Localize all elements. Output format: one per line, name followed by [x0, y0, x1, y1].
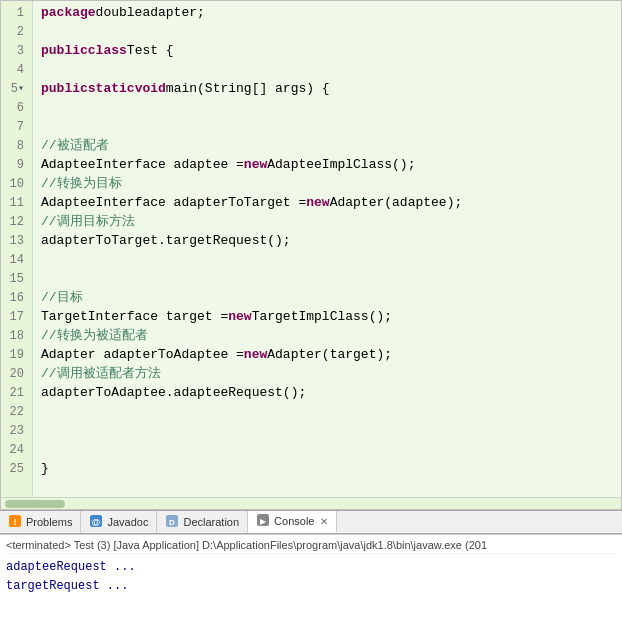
line-number: 23: [5, 421, 28, 440]
code-token: adapterToAdaptee.adapteeRequest();: [41, 383, 306, 403]
line-number: 11: [5, 193, 28, 212]
line-number: 20: [5, 364, 28, 383]
editor-area: 12345▾6789101112131415161718192021222324…: [0, 0, 622, 510]
code-line[interactable]: }: [41, 459, 613, 478]
code-token: //调用目标方法: [41, 212, 135, 232]
line-number: 22: [5, 402, 28, 421]
code-line[interactable]: //转换为被适配者: [41, 326, 613, 345]
declaration-icon: D: [165, 514, 179, 530]
line-number: 4: [5, 60, 28, 79]
line-number: 25: [5, 459, 28, 478]
line-number: 18: [5, 326, 28, 345]
line-number: 5▾: [5, 79, 28, 98]
code-token: Adapter(adaptee);: [330, 193, 463, 213]
tab-label-problems: Problems: [26, 516, 72, 528]
line-number: 15: [5, 269, 28, 288]
code-line[interactable]: Adapter adapterToAdaptee = new Adapter(t…: [41, 345, 613, 364]
code-line[interactable]: //被适配者: [41, 136, 613, 155]
code-line[interactable]: TargetInterface target = new TargetImplC…: [41, 307, 613, 326]
code-line[interactable]: //目标: [41, 288, 613, 307]
tab-bar: !Problems@JavadocDDeclaration▶Console✕: [0, 510, 622, 534]
code-line[interactable]: [41, 98, 613, 117]
code-token: class: [88, 41, 127, 61]
code-line[interactable]: [41, 440, 613, 459]
code-token: }: [41, 459, 49, 479]
javadoc-icon: @: [89, 514, 103, 530]
scrollbar-thumb[interactable]: [5, 500, 65, 508]
code-token: AdapteeInterface adaptee =: [41, 155, 244, 175]
code-token: Test {: [127, 41, 174, 61]
code-line[interactable]: //转换为目标: [41, 174, 613, 193]
line-number: 19: [5, 345, 28, 364]
code-line[interactable]: adapterToAdaptee.adapteeRequest();: [41, 383, 613, 402]
console-line: targetRequest ...: [6, 577, 616, 596]
console-icon: ▶: [256, 513, 270, 529]
code-token: new: [306, 193, 329, 213]
console-output: adapteeRequest ...targetRequest ...: [6, 558, 616, 596]
line-number: 17: [5, 307, 28, 326]
console-area: <terminated> Test (3) [Java Application]…: [0, 534, 622, 634]
tab-problems[interactable]: !Problems: [0, 511, 81, 533]
code-token: main(String[] args) {: [166, 79, 330, 99]
code-token: Adapter(target);: [267, 345, 392, 365]
line-number: 7: [5, 117, 28, 136]
code-token: AdapteeInterface adapterToTarget =: [41, 193, 306, 213]
code-token: AdapteeImplClass();: [267, 155, 415, 175]
code-line[interactable]: [41, 22, 613, 41]
tab-console[interactable]: ▶Console✕: [248, 511, 337, 533]
code-token: TargetInterface target =: [41, 307, 228, 327]
code-line[interactable]: [41, 60, 613, 79]
code-token: adapterToTarget.targetRequest();: [41, 231, 291, 251]
line-number: 10: [5, 174, 28, 193]
code-token: void: [135, 79, 166, 99]
line-number: 12: [5, 212, 28, 231]
line-number: 3: [5, 41, 28, 60]
code-line[interactable]: [41, 250, 613, 269]
line-number: 21: [5, 383, 28, 402]
console-header: <terminated> Test (3) [Java Application]…: [6, 539, 616, 554]
line-number: 2: [5, 22, 28, 41]
svg-text:@: @: [92, 517, 101, 527]
code-token: //被适配者: [41, 136, 109, 156]
code-line[interactable]: package doubleadapter;: [41, 3, 613, 22]
code-line[interactable]: public class Test {: [41, 41, 613, 60]
code-token: public: [41, 79, 88, 99]
horizontal-scrollbar[interactable]: [1, 497, 621, 509]
tab-close-console[interactable]: ✕: [320, 516, 328, 527]
tab-javadoc[interactable]: @Javadoc: [81, 511, 157, 533]
code-token: package: [41, 3, 96, 23]
code-line[interactable]: [41, 421, 613, 440]
code-content[interactable]: package doubleadapter;public class Test …: [33, 1, 621, 497]
code-token: doubleadapter;: [96, 3, 205, 23]
code-token: Adapter adapterToAdaptee =: [41, 345, 244, 365]
code-token: //转换为被适配者: [41, 326, 148, 346]
console-line: adapteeRequest ...: [6, 558, 616, 577]
code-token: TargetImplClass();: [252, 307, 392, 327]
code-line[interactable]: [41, 269, 613, 288]
code-token: //调用被适配者方法: [41, 364, 161, 384]
code-token: static: [88, 79, 135, 99]
code-token: new: [244, 155, 267, 175]
code-line[interactable]: [41, 402, 613, 421]
line-number: 14: [5, 250, 28, 269]
line-number: 8: [5, 136, 28, 155]
tab-label-declaration: Declaration: [183, 516, 239, 528]
code-token: new: [244, 345, 267, 365]
code-line[interactable]: public static void main(String[] args) {: [41, 79, 613, 98]
tab-declaration[interactable]: DDeclaration: [157, 511, 248, 533]
tab-label-javadoc: Javadoc: [107, 516, 148, 528]
line-number: 16: [5, 288, 28, 307]
code-token: //目标: [41, 288, 83, 308]
code-token: new: [228, 307, 251, 327]
tab-label-console: Console: [274, 515, 314, 527]
code-token: public: [41, 41, 88, 61]
code-line[interactable]: AdapteeInterface adapterToTarget = new A…: [41, 193, 613, 212]
svg-text:D: D: [170, 518, 176, 527]
line-number: 24: [5, 440, 28, 459]
code-line[interactable]: [41, 117, 613, 136]
code-line[interactable]: //调用目标方法: [41, 212, 613, 231]
line-number: 9: [5, 155, 28, 174]
code-line[interactable]: AdapteeInterface adaptee = new AdapteeIm…: [41, 155, 613, 174]
code-line[interactable]: //调用被适配者方法: [41, 364, 613, 383]
code-line[interactable]: adapterToTarget.targetRequest();: [41, 231, 613, 250]
